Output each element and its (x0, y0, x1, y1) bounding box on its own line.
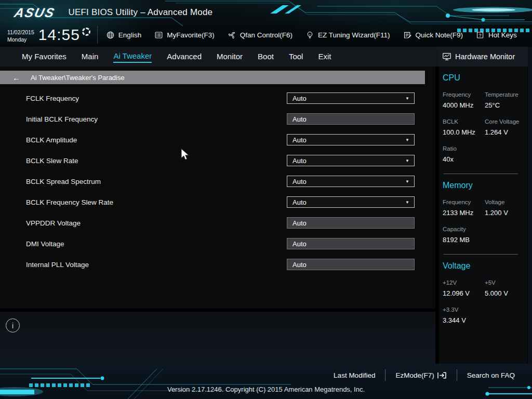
setting-label: Internal PLL Voltage (0, 261, 89, 269)
footer-links: Last ModifiedEzMode(F7)Search on FAQ (324, 369, 525, 381)
input-dmi-voltage[interactable]: Auto (287, 238, 415, 249)
hwm-section-title: Voltage (443, 261, 522, 271)
clock-date-day: 11/02/2015 Monday (7, 29, 34, 43)
metric-label: Temperature (485, 91, 522, 98)
control-value: Auto (287, 261, 307, 269)
setting-row-fclk-frequency: FCLK FrequencyAuto▼ (0, 88, 435, 109)
chevron-down-icon: ▼ (405, 200, 409, 205)
metric-label: Frequency (443, 91, 485, 98)
dropdown-bclk-frequency-slew-rate[interactable]: Auto▼ (287, 196, 415, 208)
toolbar-item-qfan-control-f6[interactable]: Qfan Control(F6) (228, 31, 292, 39)
metric-value: 100.0 MHz (443, 128, 485, 136)
toolbar-item-quick-note-f9[interactable]: Quick Note(F9) (403, 31, 463, 39)
clock-date: 11/02/2015 (7, 29, 34, 36)
control-value: Auto (287, 198, 307, 206)
metric-voltage: Voltage1.200 V (485, 199, 522, 217)
clock-day: Monday (7, 36, 34, 44)
setting-label: BCLK Amplitude (0, 136, 77, 144)
settings-list: FCLK FrequencyAuto▼Initial BCLK Frequenc… (0, 88, 435, 275)
footer-link-label: EzMode(F7) (395, 371, 434, 379)
tab-tool[interactable]: Tool (289, 51, 303, 62)
dropdown-bclk-amplitude[interactable]: Auto▼ (287, 134, 415, 145)
metric-value: 8192 MB (443, 236, 485, 244)
setting-row-bclk-frequency-slew-rate: BCLK Frequency Slew RateAuto▼ (0, 192, 435, 212)
hardware-monitor-title: Hardware Monitor (455, 52, 515, 61)
metric-value: 12.096 V (443, 289, 485, 297)
footer-link-ezmode-f7[interactable]: EzMode(F7) (385, 371, 456, 379)
hardware-monitor-header: Hardware Monitor (439, 47, 527, 66)
clock-time: 14:55 (38, 25, 80, 45)
setting-label: FCLK Frequency (0, 95, 79, 102)
footer-link-label: Last Modified (334, 371, 375, 379)
chevron-down-icon: ▼ (405, 138, 409, 142)
favorites-list-icon (154, 31, 163, 39)
tab-exit[interactable]: Exit (318, 51, 331, 62)
bios-screen: ASUS UEFI BIOS Utility – Advanced Mode 1… (0, 0, 532, 399)
toolbar-item-english[interactable]: English (106, 31, 141, 39)
setting-row-bclk-slew-rate: BCLK Slew RateAuto▼ (0, 150, 435, 171)
toolbar: 11/02/2015 Monday 14:55 EnglishMyFavorit… (0, 24, 532, 46)
setting-row-initial-bclk-frequency: Initial BCLK FrequencyAuto (0, 109, 435, 129)
tab-ai-tweaker[interactable]: Ai Tweaker (113, 50, 152, 63)
control-value: Auto (287, 157, 307, 165)
asus-logo: ASUS (12, 5, 57, 20)
input-internal-pll-voltage[interactable]: Auto (287, 259, 415, 270)
control-value: Auto (287, 115, 307, 123)
settings-panel: ← Ai Tweaker\Tweaker's Paradise FCLK Fre… (0, 66, 435, 309)
metric-label: +12V (443, 280, 485, 286)
breadcrumb-bar: ← Ai Tweaker\Tweaker's Paradise (0, 71, 425, 84)
toolbar-item-myfavorite-f3[interactable]: MyFavorite(F3) (154, 31, 215, 39)
info-panel: i (0, 312, 435, 364)
metrics-grid: Frequency4000 MHzTemperature25°CBCLK100.… (443, 91, 522, 172)
hwm-section-memory: MemoryFrequency2133 MHzVoltage1.200 VCap… (443, 181, 522, 253)
back-icon[interactable]: ← (12, 74, 20, 82)
metric-label: +3.3V (443, 307, 485, 313)
dropdown-bclk-spread-spectrum[interactable]: Auto▼ (287, 176, 415, 187)
setting-label: DMI Voltage (0, 240, 64, 248)
input-vppddr-voltage[interactable]: Auto (287, 217, 415, 229)
tab-my-favorites[interactable]: My Favorites (22, 51, 66, 62)
control-value: Auto (287, 178, 307, 185)
metric-label: +5V (485, 280, 522, 286)
svg-text:?: ? (479, 32, 482, 37)
metric-value: 4000 MHz (443, 101, 485, 109)
setting-row-bclk-spread-spectrum: BCLK Spread SpectrumAuto▼ (0, 171, 435, 192)
fan-icon (228, 31, 236, 39)
metric-label: Voltage (485, 199, 522, 205)
control-value: Auto (287, 136, 307, 144)
tab-main[interactable]: Main (82, 51, 99, 62)
metrics-grid: Frequency2133 MHzVoltage1.200 VCapacity8… (443, 199, 522, 253)
hwm-section-title: CPU (443, 73, 522, 83)
setting-label: BCLK Spread Spectrum (0, 178, 101, 185)
toolbar-item-hot-keys[interactable]: ?Hot Keys (476, 31, 517, 39)
input-initial-bclk-frequency[interactable]: Auto (287, 113, 415, 125)
tab-boot[interactable]: Boot (258, 51, 274, 62)
hwm-section-cpu: CPUFrequency4000 MHzTemperature25°CBCLK1… (443, 73, 522, 172)
tab-monitor[interactable]: Monitor (217, 51, 243, 62)
control-value: Auto (287, 95, 307, 102)
ezmode-exit-icon (437, 371, 447, 379)
dropdown-bclk-slew-rate[interactable]: Auto▼ (287, 155, 415, 166)
question-icon: ? (476, 31, 485, 39)
hwm-section-voltage: Voltage+12V12.096 V+5V5.000 V+3.3V3.344 … (443, 261, 522, 334)
time-settings-gear-icon[interactable] (82, 28, 90, 36)
toolbar-item-label: Quick Note(F9) (416, 31, 463, 39)
metric-core-voltage: Core Voltage1.264 V (485, 118, 522, 136)
tab-advanced[interactable]: Advanced (167, 51, 202, 62)
footer: Last ModifiedEzMode(F7)Search on FAQ Ver… (0, 364, 532, 399)
metric-label: Core Voltage (485, 118, 522, 125)
toolbar-item-label: Qfan Control(F6) (240, 31, 292, 39)
footer-link-search-on-faq[interactable]: Search on FAQ (457, 371, 525, 379)
clock: 11/02/2015 Monday 14:55 (0, 25, 90, 45)
footer-link-label: Search on FAQ (467, 371, 515, 379)
breadcrumb-path: Ai Tweaker\Tweaker's Paradise (31, 74, 125, 82)
metric-value: 5.000 V (485, 289, 522, 297)
footer-link-last-modified[interactable]: Last Modified (324, 371, 385, 379)
dropdown-fclk-frequency[interactable]: Auto▼ (287, 92, 415, 104)
right-edge-panel (528, 47, 532, 364)
setting-label: Initial BCLK Frequency (0, 115, 98, 123)
metric-frequency: Frequency4000 MHz (443, 91, 485, 109)
control-value: Auto (287, 240, 307, 248)
toolbar-item-ez-tuning-wizard-f11[interactable]: EZ Tuning Wizard(F11) (305, 31, 390, 39)
metric-12v: +12V12.096 V (443, 280, 485, 297)
